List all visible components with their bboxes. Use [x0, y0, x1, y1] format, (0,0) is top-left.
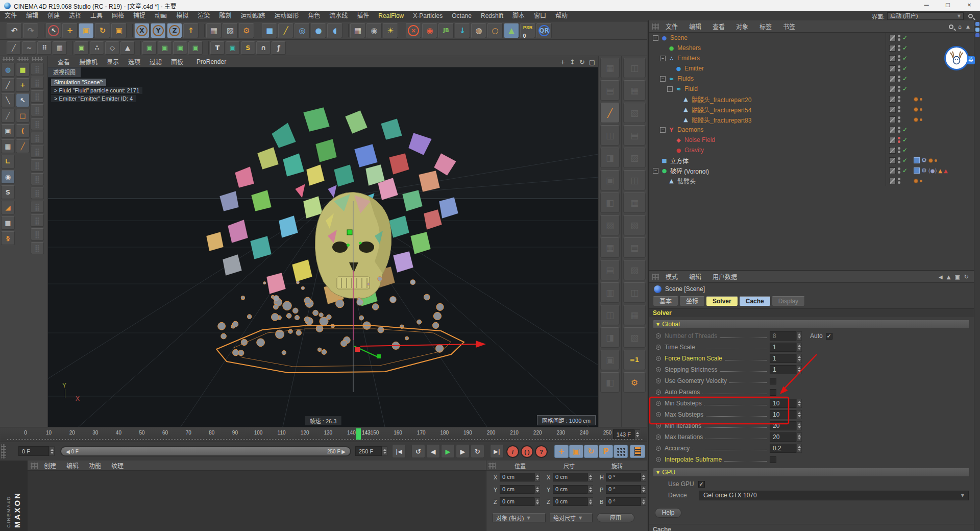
cursor-button[interactable]: ↖ [16, 93, 30, 107]
enable-dots-icon[interactable] [898, 35, 900, 41]
record-button[interactable]: / [506, 445, 519, 458]
visibility-check-icon[interactable]: ✓ [902, 157, 910, 164]
display-gear[interactable]: ⚙ [623, 372, 646, 393]
visibility-check-icon[interactable]: ✓ [902, 34, 910, 41]
expand-toggle-icon[interactable]: − [667, 86, 673, 92]
add-sphere-button[interactable]: ● [311, 23, 326, 38]
paint-bucket-button[interactable]: ◢ [1, 201, 15, 214]
drop-button[interactable]: ↓ [455, 23, 470, 38]
tab-基本[interactable]: 基本 [653, 296, 678, 306]
palette-grid-button[interactable]: ⣿ [31, 132, 44, 144]
layer-chip-icon[interactable] [889, 96, 896, 103]
spline-pen-button[interactable]: ╱ [278, 23, 293, 38]
scale-button[interactable]: ▣ [79, 23, 94, 38]
last-tool-button[interactable]: ▣ [111, 23, 127, 38]
render-region-button[interactable]: ▨ [223, 23, 238, 38]
menu-工具[interactable]: 工具 [86, 11, 107, 21]
mouse-mode-button[interactable]: ◉ [1, 170, 15, 184]
layer-chip-icon[interactable] [889, 157, 896, 164]
material-menu-纹理[interactable]: 纹理 [106, 461, 129, 470]
record-rotation-toggle[interactable]: ↻ [584, 445, 598, 458]
add-cube-button[interactable]: ■ [262, 23, 277, 38]
docked-tab-icon[interactable] [975, 33, 979, 37]
menu-动画[interactable]: 动画 [150, 11, 172, 21]
drag-grip-icon[interactable] [652, 274, 659, 280]
object-label[interactable]: Meshers [677, 44, 701, 52]
position-X-field[interactable]: 0 cm [500, 473, 534, 481]
tree-row[interactable]: ■立方体✓⚙ [649, 155, 974, 165]
point-paint-button[interactable]: ⠿ [37, 41, 52, 55]
palette-grid-button[interactable]: ⣿ [31, 242, 44, 254]
palette-button[interactable]: ▨ [623, 260, 646, 280]
render-view-button[interactable]: ▦ [206, 23, 222, 38]
palette-button[interactable]: ◨ [600, 327, 620, 348]
device-select[interactable]: GeForce GTX 1070▼ [699, 491, 969, 500]
object-label[interactable]: Daemons [677, 126, 703, 133]
light-button[interactable]: ☀ [383, 23, 398, 38]
spinner-icon[interactable] [641, 473, 646, 481]
enable-dots-icon[interactable] [898, 96, 900, 102]
live-selection-button[interactable]: ↖ [46, 23, 61, 38]
animation-radio-icon[interactable] [656, 345, 661, 350]
enable-dots-icon[interactable] [898, 127, 900, 133]
palette-button[interactable]: ◫ [623, 58, 646, 78]
layer-chip-icon[interactable] [889, 167, 896, 174]
home-icon[interactable]: ⌂ [958, 23, 962, 30]
psr-button[interactable]: PSR0 [520, 23, 535, 38]
previous-frame-button[interactable]: ◀ [426, 445, 440, 458]
lock-x-button[interactable]: X [134, 23, 150, 38]
frame-range-slider[interactable]: ◀ 0 F 250 F ▶ [60, 446, 351, 456]
palette-grid-button[interactable]: ⣿ [31, 104, 44, 116]
object-label[interactable]: 立方体 [670, 156, 689, 165]
visibility-check-icon[interactable]: ✓ [902, 167, 910, 174]
viewport-menu-prorender[interactable]: ProRender [192, 58, 231, 65]
tree-row[interactable]: ▲骷髅头_fracturepart20 [649, 94, 974, 104]
visibility-check-icon[interactable]: ✓ [902, 75, 910, 82]
palette-button[interactable]: ◫ [623, 170, 646, 190]
object-label[interactable]: 骷髅头_fracturepart20 [692, 95, 751, 104]
attribute-menu-模式[interactable]: 模式 [660, 272, 683, 281]
palette-button[interactable]: ▨ [600, 215, 620, 235]
menu-模拟[interactable]: 模拟 [172, 11, 193, 21]
render-earth-button[interactable]: ◍ [1, 63, 15, 77]
vp-dolly-icon[interactable]: ↕ [570, 58, 575, 66]
redo-button[interactable]: ↷ [23, 23, 38, 38]
palette-grid-button[interactable]: ⣿ [31, 146, 44, 158]
spinner-icon[interactable] [796, 399, 802, 408]
menu-创建[interactable]: 创建 [43, 11, 64, 21]
drag-grip-icon[interactable] [32, 57, 43, 61]
tree-row[interactable]: ●Meshers✓ [649, 43, 974, 53]
palette-grid-button[interactable]: ⣿ [31, 173, 44, 185]
render-settings-button[interactable]: ⚙ [239, 23, 254, 38]
object-label[interactable]: Scene [670, 34, 688, 41]
tree-row[interactable]: −●Scene✓ [649, 33, 974, 43]
tree-row[interactable]: −YDaemons✓ [649, 125, 974, 135]
current-frame-value[interactable]: 143 F [613, 429, 634, 439]
menu-Redshift[interactable]: Redshift [476, 11, 508, 21]
palette-button[interactable]: ▦ [600, 237, 620, 258]
menu-文件[interactable]: 文件 [0, 11, 21, 21]
value-field[interactable]: 20 [770, 421, 796, 430]
spinner-icon[interactable] [587, 485, 593, 494]
palette-button[interactable]: ◫ [600, 305, 620, 325]
play-backwards-button[interactable]: ↺ [411, 445, 425, 458]
palette-button[interactable]: ▤ [623, 237, 646, 258]
palette-button[interactable]: ◫ [600, 125, 620, 146]
fx-button[interactable]: ƒ [272, 41, 286, 55]
size-Z-field[interactable]: 0 cm [553, 497, 587, 506]
layer-chip-icon[interactable] [889, 35, 896, 41]
object-label[interactable]: 骷髅头_fracturepart54 [692, 105, 751, 114]
enable-dots-icon[interactable] [898, 147, 900, 153]
mesh-tool-button[interactable]: ▦ [53, 41, 67, 55]
tree-row[interactable]: ●Gravity✓ [649, 145, 974, 155]
spinner-icon[interactable] [641, 497, 646, 506]
visibility-check-icon[interactable]: ✓ [902, 147, 910, 154]
checkbox[interactable]: ✓ [698, 481, 705, 488]
next-frame-button[interactable]: ▶ [456, 445, 470, 458]
ballsm-tag-icon[interactable] [920, 180, 922, 182]
palette-grid-button[interactable]: ⣿ [31, 63, 44, 75]
record-position-toggle[interactable]: + [554, 445, 569, 458]
spinner-icon[interactable] [587, 497, 593, 506]
visibility-check-icon[interactable]: ✓ [902, 126, 910, 133]
tree-row[interactable]: ▲骷髅头_fracturepart54 [649, 104, 974, 114]
